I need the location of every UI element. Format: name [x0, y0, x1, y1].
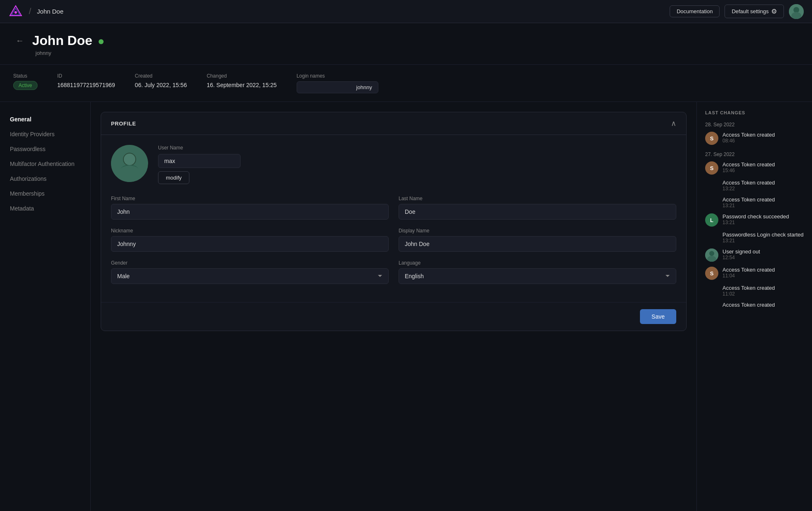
change-time-1-4: 13:21 [722, 238, 804, 244]
nickname-row: Nickname Display Name [111, 228, 676, 252]
change-title-0-0: Access Token created [722, 132, 775, 138]
change-avatar-1-5 [705, 248, 718, 262]
login-names-input[interactable] [297, 81, 378, 93]
avatar-svg [111, 145, 148, 182]
id-label: ID [57, 73, 115, 79]
change-time-1-0: 15:46 [722, 168, 775, 173]
change-title-1-5: User signed out [722, 248, 760, 255]
profile-card-header: PROFILE ∧ [101, 112, 686, 135]
change-time-0-0: 08:46 [722, 138, 775, 144]
svg-point-4 [793, 7, 799, 13]
language-label: Language [399, 260, 676, 266]
change-text-1-3: Password check succeeded 13:21 [722, 213, 789, 225]
modify-button[interactable]: modify [158, 171, 189, 184]
change-avatar-0-0: S [705, 132, 718, 145]
change-time-1-2: 13:21 [722, 203, 775, 208]
change-item-0-0: S Access Token created 08:46 [705, 132, 804, 145]
last-name-group: Last Name [399, 196, 676, 220]
user-avatar[interactable] [789, 4, 804, 19]
sidebar-item-passwordless[interactable]: Passwordless [0, 142, 90, 156]
topnav-brand-title: John Doe [37, 8, 64, 15]
meta-login-names: Login names [297, 73, 378, 93]
first-name-input[interactable] [111, 204, 389, 220]
change-text-1-1: Access Token created 13:22 [722, 180, 775, 192]
change-item-1-4: Passwordless Login check started 13:21 [722, 232, 804, 244]
profile-top-row: User Name modify [111, 145, 676, 184]
change-text-0-0: Access Token created 08:46 [722, 132, 775, 144]
sidebar: General Identity Providers Passwordless … [0, 102, 91, 511]
change-text-1-8: Access Token created [722, 302, 775, 308]
meta-status: Status Active [13, 73, 38, 89]
default-settings-button[interactable]: Default settings ⚙ [725, 5, 784, 18]
change-item-1-1: Access Token created 13:22 [722, 180, 804, 192]
back-button[interactable]: ← [13, 35, 26, 46]
gender-group: Gender Male Female Diverse Not specified [111, 260, 389, 284]
language-select[interactable]: English German French Spanish [399, 268, 676, 284]
meta-created: Created 06. July 2022, 15:56 [135, 73, 187, 89]
change-title-1-4: Passwordless Login check started [722, 232, 804, 238]
profile-card-footer: Save [101, 302, 686, 331]
nickname-label: Nickname [111, 228, 389, 234]
sidebar-item-memberships[interactable]: Memberships [0, 186, 90, 201]
change-time-1-7: 11:02 [722, 291, 775, 297]
change-item-1-6: S Access Token created 11:04 [705, 267, 804, 280]
nickname-group: Nickname [111, 228, 389, 252]
topnav: / John Doe Documentation Default setting… [0, 0, 812, 23]
svg-point-12 [709, 251, 714, 256]
name-row: First Name Last Name [111, 196, 676, 220]
content-area: PROFILE ∧ User [91, 102, 696, 511]
sidebar-item-identity-providers[interactable]: Identity Providers [0, 127, 90, 142]
change-item-1-2: Access Token created 13:21 [722, 196, 804, 208]
change-text-1-0: Access Token created 15:46 [722, 161, 775, 173]
meta-id: ID 168811977219571969 [57, 73, 115, 89]
page-header-top: ← John Doe [13, 33, 799, 48]
nickname-input[interactable] [111, 236, 389, 252]
login-names-label: Login names [297, 73, 378, 79]
first-name-group: First Name [111, 196, 389, 220]
collapse-button[interactable]: ∧ [671, 119, 676, 128]
last-name-label: Last Name [399, 196, 676, 201]
page-subtitle: johnny [35, 50, 799, 56]
username-input[interactable] [158, 154, 241, 168]
documentation-button[interactable]: Documentation [670, 5, 720, 17]
profile-section-title: PROFILE [111, 121, 136, 127]
sidebar-item-multifactor[interactable]: Multifactor Authentication [0, 156, 90, 171]
change-text-1-6: Access Token created 11:04 [722, 267, 775, 279]
svg-point-2 [14, 11, 17, 14]
last-name-input[interactable] [399, 204, 676, 220]
change-avatar-1-0: S [705, 161, 718, 175]
change-item-1-0: S Access Token created 15:46 [705, 161, 804, 175]
last-changes-panel: LAST CHANGES 28. Sep 2022 S Access Token… [696, 102, 812, 511]
change-text-1-2: Access Token created 13:21 [722, 196, 775, 208]
sidebar-item-authorizations[interactable]: Authorizations [0, 171, 90, 186]
gender-select[interactable]: Male Female Diverse Not specified [111, 268, 389, 284]
sidebar-item-metadata[interactable]: Metadata [0, 201, 90, 216]
meta-changed: Changed 16. September 2022, 15:25 [207, 73, 277, 89]
changed-value: 16. September 2022, 15:25 [207, 82, 277, 88]
changes-group-28sep: 28. Sep 2022 S Access Token created 08:4… [705, 122, 804, 145]
username-section: User Name modify [158, 145, 241, 184]
change-title-1-1: Access Token created [722, 180, 775, 186]
profile-card-body: User Name modify First Name Last Name [101, 135, 686, 302]
change-text-1-5: User signed out 12:54 [722, 248, 760, 260]
status-badge: Active [13, 81, 38, 90]
changes-date-28sep: 28. Sep 2022 [705, 122, 804, 128]
change-time-1-6: 11:04 [722, 273, 775, 279]
created-label: Created [135, 73, 187, 79]
change-title-1-8: Access Token created [722, 302, 775, 308]
save-button[interactable]: Save [640, 309, 676, 324]
svg-point-9 [124, 154, 135, 165]
display-name-input[interactable] [399, 236, 676, 252]
language-group: Language English German French Spanish [399, 260, 676, 284]
username-label: User Name [158, 145, 241, 151]
display-name-group: Display Name [399, 228, 676, 252]
change-time-1-5: 12:54 [722, 255, 760, 260]
change-text-1-4: Passwordless Login check started 13:21 [722, 232, 804, 244]
created-value: 06. July 2022, 15:56 [135, 82, 187, 88]
change-avatar-1-6: S [705, 267, 718, 280]
change-item-1-5: User signed out 12:54 [705, 248, 804, 262]
change-item-1-8: Access Token created [722, 302, 804, 308]
sidebar-item-general[interactable]: General [0, 112, 90, 127]
change-avatar-1-3: L [705, 213, 718, 227]
change-time-1-1: 13:22 [722, 186, 775, 192]
